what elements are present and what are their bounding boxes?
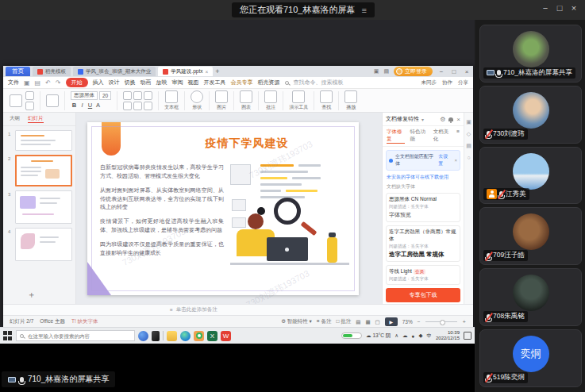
close-button[interactable]: ×	[568, 3, 580, 13]
undo-icon[interactable]: ↶	[45, 79, 51, 86]
line-spacing-icon[interactable]	[133, 102, 142, 110]
zoom-out-button[interactable]: −	[418, 319, 421, 325]
comment-icon[interactable]	[264, 90, 277, 103]
bell-icon[interactable]	[448, 117, 453, 121]
redo-icon[interactable]: ↷	[56, 79, 61, 86]
view-reading-icon[interactable]: ▢	[375, 319, 380, 325]
view-normal-icon[interactable]: ▤	[356, 319, 360, 325]
tray-app-icon[interactable]	[138, 331, 148, 341]
shapes-icon[interactable]	[191, 90, 203, 103]
notification-center-icon[interactable]	[464, 332, 471, 340]
menu-insert[interactable]: 插入	[93, 79, 104, 86]
bullets-icon[interactable]	[144, 91, 152, 100]
participant-tile-host[interactable]: 江秀美	[479, 147, 582, 205]
save-icon[interactable]: ▣	[24, 79, 30, 86]
notes-toggle[interactable]: ≡ 备注	[317, 318, 332, 325]
print-icon[interactable]: ▤	[35, 79, 41, 86]
strip-selection-icon[interactable]: ▤	[466, 143, 471, 149]
watching-banner[interactable]: 您正在观看710_林嘉洛的屏幕 ≡	[232, 2, 375, 17]
download-fonts-button[interactable]: 专享包下载	[386, 288, 460, 302]
slide-thumb-2-selected[interactable]: 2	[8, 155, 72, 186]
copy-icon[interactable]	[25, 102, 34, 110]
textbox-icon[interactable]	[165, 90, 178, 103]
theme-name[interactable]: Office 主题	[40, 318, 65, 325]
menu-docer-res[interactable]: 稻壳资源	[258, 79, 280, 86]
new-tab-button[interactable]: +	[215, 67, 219, 75]
document-tab-2-active[interactable]: 学风建设.pptx ×	[158, 67, 213, 76]
menu-member[interactable]: 会员专享	[231, 79, 253, 86]
maximize-button[interactable]: □	[553, 3, 566, 13]
new-slide-icon[interactable]	[46, 94, 59, 107]
banner-settings-link[interactable]: 去设置	[438, 153, 452, 167]
gear-icon[interactable]: ⚙	[440, 116, 445, 123]
start-button[interactable]	[3, 331, 13, 340]
share-button[interactable]: 分享	[458, 79, 468, 86]
slide-thumb-1[interactable]: 1	[8, 130, 72, 151]
font-size-select[interactable]: 20	[99, 91, 111, 100]
wps-minimize-button[interactable]: −	[437, 68, 445, 75]
current-slide[interactable]: 疫情下学风建设 自新型冠状病毒肺炎疫情发生以来，高校学生学习方式、校园活动、管理…	[87, 122, 359, 295]
font-color-button[interactable]: A	[94, 102, 102, 109]
view-sorter-icon[interactable]: ▦	[365, 319, 370, 325]
login-button[interactable]: 立即登录	[394, 67, 433, 76]
pane-tab-beautify[interactable]: 文档美化	[433, 129, 452, 144]
cpu-widget[interactable]	[341, 332, 362, 339]
weather-widget[interactable]: ☁ 13°C 阴	[366, 332, 391, 340]
tab-slides[interactable]: 幻灯片	[28, 115, 44, 123]
menu-transition[interactable]: 切换	[125, 79, 136, 86]
present-tools-icon[interactable]	[292, 90, 305, 103]
banner-menu-icon[interactable]: ≡	[361, 6, 366, 15]
file-explorer-icon[interactable]	[167, 331, 177, 341]
font-help-link[interactable]: 未安装的字体可在线下载使用	[387, 174, 460, 181]
zoom-in-button[interactable]: ＋	[462, 318, 468, 325]
pane-more-icon[interactable]: ≡	[456, 129, 460, 144]
pane-tab-font-repair[interactable]: 字体修复	[387, 129, 405, 144]
sync-status[interactable]: 未同步	[421, 79, 437, 86]
participant-tile[interactable]: 708朱禹铭	[479, 268, 582, 326]
taskbar-search-input[interactable]	[26, 332, 129, 340]
layout-switch-icon[interactable]: ▣	[374, 68, 379, 75]
strip-anim-icon[interactable]: ◇	[467, 131, 471, 137]
play-icon[interactable]	[344, 90, 357, 103]
find-icon[interactable]	[320, 90, 333, 103]
tab-close-icon[interactable]: ×	[205, 69, 208, 75]
missing-font-warning[interactable]: T! 缺失字体	[71, 318, 98, 325]
slide-thumb-3[interactable]: 3	[8, 190, 72, 224]
command-search[interactable]: 查找命令、搜索模板	[294, 79, 344, 86]
minimize-button[interactable]: −	[539, 3, 552, 13]
pane-close-icon[interactable]: ×	[456, 116, 460, 123]
participant-tile[interactable]: 709汪子皓	[479, 207, 582, 265]
document-tab-1[interactable]: 学风_班会_班级_期末大作业	[73, 67, 156, 76]
participant-tile-sharer[interactable]: 710_林嘉洛的屏幕共享	[479, 25, 582, 83]
smart-features-toggle[interactable]: ⚙ 智能特性 ▾	[281, 318, 312, 325]
picture-icon[interactable]	[215, 90, 228, 103]
tab-outline[interactable]: 大纲	[10, 115, 20, 123]
ime-indicator[interactable]: 中	[426, 332, 432, 340]
taskbar-search[interactable]	[16, 330, 135, 341]
font-card-3[interactable]: 等线 Light会员 问题描述：丢失字体	[386, 265, 460, 285]
numbering-icon[interactable]	[123, 102, 132, 110]
menu-design[interactable]: 设计	[109, 79, 120, 86]
mic-tray-icon[interactable]: ●	[412, 333, 415, 339]
menu-devtools[interactable]: 开发工具	[204, 79, 226, 86]
font-card-2[interactable]: 造字工房劲黑（非商用）常规体 问题描述：丢失字体 造字工房劲黑 常规体	[386, 225, 460, 262]
font-family-select[interactable]: 思源黑体	[71, 91, 98, 100]
bold-button[interactable]: B	[71, 102, 78, 109]
paste-icon[interactable]	[10, 94, 22, 107]
participant-tile[interactable]: 730刘渡玮	[479, 86, 582, 144]
menu-animation[interactable]: 动画	[140, 79, 152, 86]
align-left-icon[interactable]	[123, 91, 132, 100]
edge-icon[interactable]	[180, 331, 191, 341]
search-icon[interactable]	[285, 81, 289, 85]
underline-button[interactable]: U	[87, 102, 94, 109]
indent-icon[interactable]	[144, 102, 152, 110]
menu-file[interactable]: 文件	[8, 79, 19, 86]
volume-tray-icon[interactable]: ◆	[418, 332, 422, 339]
align-center-icon[interactable]	[133, 91, 142, 100]
banner-close-icon[interactable]: ×	[454, 158, 457, 163]
italic-button[interactable]: I	[79, 102, 86, 109]
docer-tab[interactable]: 稻壳模板	[33, 67, 71, 76]
notes-bar[interactable]: ≡ 单击此处添加备注	[3, 304, 473, 315]
font-card-1[interactable]: 思源黑体 CN Normal 问题描述：丢失字体 字体预览	[386, 193, 460, 222]
slide-thumb-4[interactable]: 4	[8, 228, 72, 261]
